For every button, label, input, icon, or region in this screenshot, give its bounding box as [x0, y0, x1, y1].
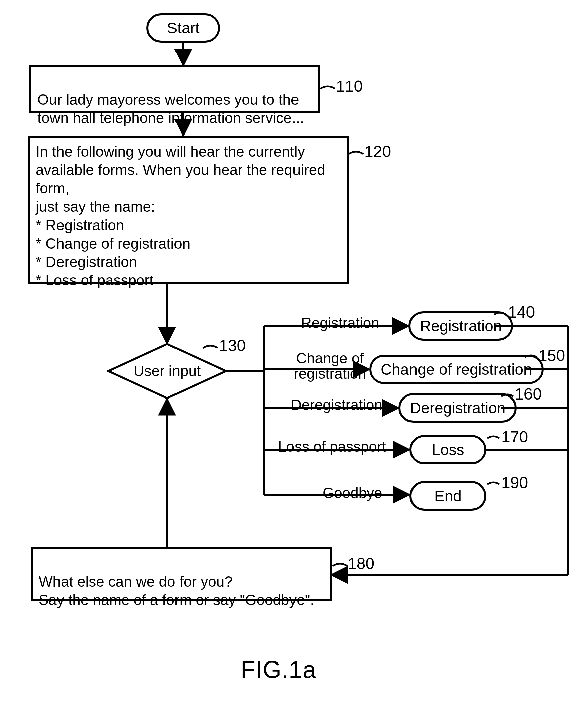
- connectors: [0, 0, 588, 707]
- flowchart-stage: Start Our lady mayoress welcomes you to …: [0, 0, 588, 707]
